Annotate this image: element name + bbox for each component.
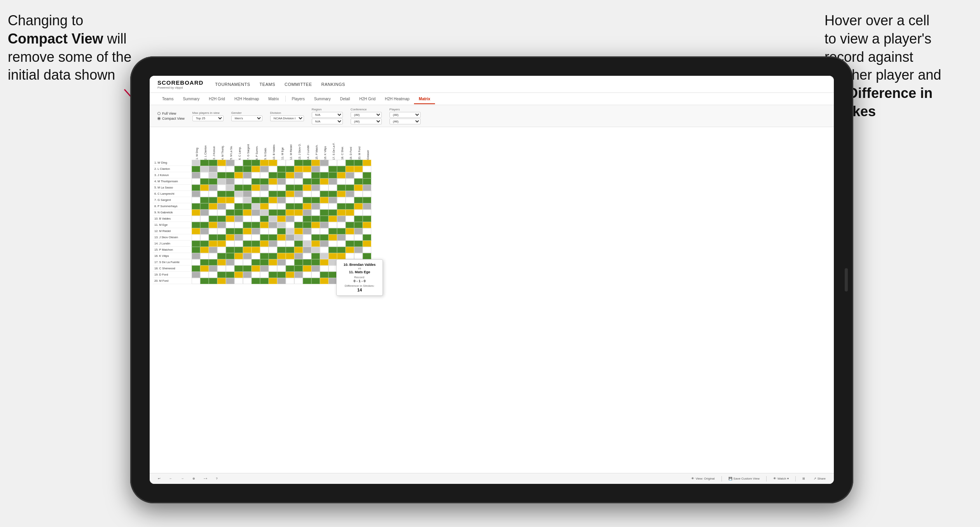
matrix-cell[interactable] (277, 160, 286, 166)
matrix-cell[interactable] (252, 166, 260, 172)
matrix-cell[interactable] (277, 278, 286, 284)
matrix-cell[interactable] (328, 259, 337, 265)
matrix-cell[interactable] (252, 203, 260, 209)
matrix-cell[interactable] (243, 178, 252, 185)
matrix-cell[interactable] (192, 197, 200, 203)
matrix-cell[interactable] (294, 228, 303, 234)
save-custom-button[interactable]: 💾 Save Custom View (727, 476, 762, 481)
matrix-cell[interactable] (192, 228, 200, 234)
matrix-cell[interactable] (234, 172, 243, 178)
matrix-cell[interactable] (192, 253, 200, 259)
matrix-cell[interactable] (200, 265, 209, 272)
matrix-cell[interactable] (320, 203, 328, 209)
matrix-cell[interactable] (328, 172, 337, 178)
matrix-cell[interactable] (243, 197, 252, 203)
matrix-cell[interactable] (303, 203, 311, 209)
matrix-cell[interactable] (354, 197, 363, 203)
matrix-cell[interactable] (337, 178, 346, 185)
matrix-cell[interactable] (311, 172, 320, 178)
matrix-cell[interactable] (200, 222, 209, 228)
matrix-cell[interactable] (226, 209, 234, 216)
matrix-cell[interactable] (346, 228, 354, 234)
matrix-cell[interactable] (260, 178, 269, 185)
undo-button[interactable]: ↩ (156, 476, 162, 481)
matrix-cell[interactable] (311, 228, 320, 234)
matrix-cell[interactable] (311, 253, 320, 259)
matrix-cell[interactable] (294, 178, 303, 185)
matrix-cell[interactable] (269, 259, 277, 265)
matrix-cell[interactable] (363, 185, 371, 191)
matrix-cell[interactable] (269, 278, 277, 284)
matrix-cell[interactable] (286, 185, 294, 191)
matrix-cell[interactable] (252, 259, 260, 265)
max-players-select[interactable]: Top 25 (192, 115, 224, 121)
matrix-cell[interactable] (226, 191, 234, 197)
matrix-cell[interactable] (226, 185, 234, 191)
matrix-cell[interactable] (200, 216, 209, 222)
matrix-cell[interactable] (269, 166, 277, 172)
matrix-area[interactable]: 1. W Ding 2. L Clanton 3. J Koivun 4. M … (150, 127, 834, 473)
matrix-cell[interactable] (363, 197, 371, 203)
matrix-cell[interactable] (209, 216, 217, 222)
matrix-cell[interactable] (226, 272, 234, 278)
matrix-cell[interactable] (294, 222, 303, 228)
matrix-cell[interactable] (354, 216, 363, 222)
matrix-cell[interactable] (234, 228, 243, 234)
matrix-cell[interactable] (217, 241, 226, 247)
matrix-cell[interactable] (277, 247, 286, 253)
matrix-cell[interactable] (286, 253, 294, 259)
matrix-cell[interactable] (363, 234, 371, 241)
matrix-cell[interactable] (234, 178, 243, 185)
nav-link-rankings[interactable]: RANKINGS (321, 82, 345, 87)
matrix-cell[interactable] (346, 185, 354, 191)
matrix-cell[interactable] (346, 247, 354, 253)
matrix-cell[interactable] (277, 272, 286, 278)
matrix-cell[interactable] (269, 209, 277, 216)
matrix-cell[interactable] (234, 278, 243, 284)
matrix-cell[interactable] (192, 265, 200, 272)
matrix-cell[interactable] (354, 222, 363, 228)
matrix-cell[interactable] (363, 228, 371, 234)
matrix-cell[interactable] (320, 185, 328, 191)
matrix-cell[interactable] (354, 241, 363, 247)
matrix-cell[interactable] (277, 222, 286, 228)
zoom-button[interactable]: −+ (202, 476, 209, 481)
matrix-cell[interactable] (192, 241, 200, 247)
matrix-cell[interactable] (286, 191, 294, 197)
matrix-cell[interactable] (337, 234, 346, 241)
matrix-cell[interactable] (277, 203, 286, 209)
matrix-cell[interactable] (320, 228, 328, 234)
matrix-cell[interactable] (286, 272, 294, 278)
matrix-cell[interactable] (320, 178, 328, 185)
matrix-cell[interactable] (217, 203, 226, 209)
tab-matrix-active[interactable]: Matrix (414, 94, 435, 104)
matrix-cell[interactable] (286, 247, 294, 253)
layout-button[interactable]: ⊞ (800, 476, 807, 481)
matrix-cell[interactable] (217, 265, 226, 272)
matrix-cell[interactable] (354, 166, 363, 172)
matrix-cell[interactable] (200, 160, 209, 166)
matrix-cell[interactable] (303, 234, 311, 241)
matrix-cell[interactable] (200, 241, 209, 247)
matrix-cell[interactable] (217, 253, 226, 259)
matrix-cell[interactable] (200, 259, 209, 265)
matrix-cell[interactable] (217, 166, 226, 172)
matrix-cell[interactable] (269, 265, 277, 272)
matrix-cell[interactable] (354, 185, 363, 191)
tab-teams[interactable]: Teams (157, 94, 178, 104)
matrix-cell[interactable] (192, 203, 200, 209)
matrix-cell[interactable] (192, 259, 200, 265)
matrix-cell[interactable] (192, 278, 200, 284)
matrix-cell[interactable] (337, 241, 346, 247)
matrix-cell[interactable] (252, 178, 260, 185)
matrix-cell[interactable] (354, 228, 363, 234)
matrix-cell[interactable] (294, 160, 303, 166)
matrix-cell[interactable] (209, 247, 217, 253)
matrix-cell[interactable] (328, 241, 337, 247)
matrix-cell[interactable] (226, 234, 234, 241)
matrix-cell[interactable] (294, 216, 303, 222)
matrix-cell[interactable] (363, 203, 371, 209)
conference-select-2[interactable]: (All) (351, 119, 382, 124)
matrix-cell[interactable] (234, 234, 243, 241)
matrix-cell[interactable] (346, 160, 354, 166)
